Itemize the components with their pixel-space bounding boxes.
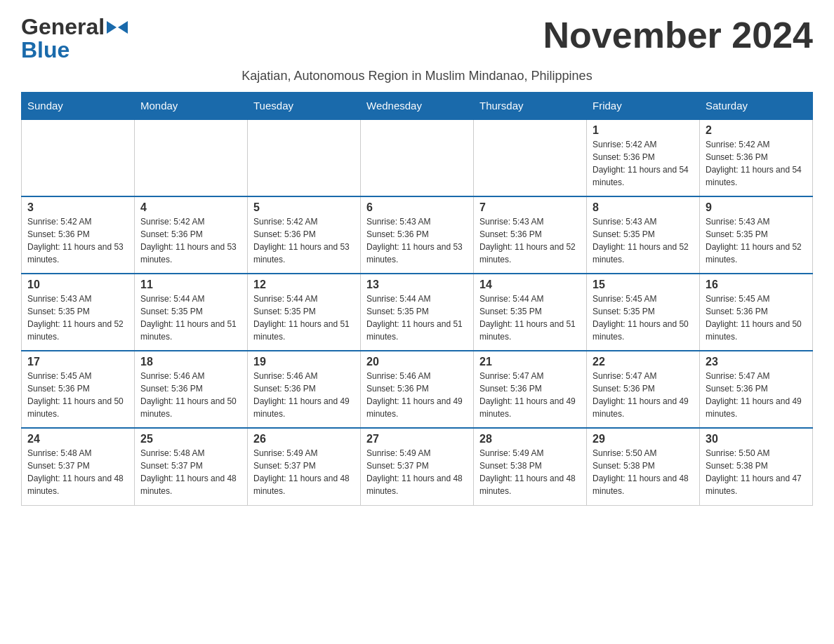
calendar-cell: 5Sunrise: 5:42 AM Sunset: 5:36 PM Daylig… [248, 196, 361, 274]
calendar-cell: 19Sunrise: 5:46 AM Sunset: 5:36 PM Dayli… [248, 351, 361, 428]
calendar-cell [474, 119, 587, 196]
day-info: Sunrise: 5:49 AM Sunset: 5:37 PM Dayligh… [253, 447, 355, 497]
day-info: Sunrise: 5:47 AM Sunset: 5:36 PM Dayligh… [479, 370, 581, 420]
calendar-cell: 14Sunrise: 5:44 AM Sunset: 5:35 PM Dayli… [474, 274, 587, 351]
day-number: 9 [706, 201, 807, 214]
calendar-cell: 20Sunrise: 5:46 AM Sunset: 5:36 PM Dayli… [361, 351, 474, 428]
day-info: Sunrise: 5:50 AM Sunset: 5:38 PM Dayligh… [706, 447, 807, 497]
day-info: Sunrise: 5:48 AM Sunset: 5:37 PM Dayligh… [27, 447, 128, 497]
day-info: Sunrise: 5:44 AM Sunset: 5:35 PM Dayligh… [366, 293, 468, 343]
day-info: Sunrise: 5:42 AM Sunset: 5:36 PM Dayligh… [140, 215, 241, 266]
day-number: 22 [593, 356, 694, 368]
day-number: 2 [706, 124, 807, 137]
day-number: 12 [253, 279, 355, 291]
day-number: 17 [27, 356, 128, 368]
day-info: Sunrise: 5:48 AM Sunset: 5:37 PM Dayligh… [140, 447, 241, 497]
day-number: 19 [253, 356, 355, 368]
calendar-cell [135, 119, 248, 196]
calendar-table: Sunday Monday Tuesday Wednesday Thursday… [21, 92, 813, 506]
month-title: November 2024 [543, 14, 813, 56]
day-number: 14 [479, 279, 581, 291]
calendar-week-row: 1Sunrise: 5:42 AM Sunset: 5:36 PM Daylig… [22, 119, 813, 196]
day-number: 29 [593, 433, 694, 445]
day-info: Sunrise: 5:49 AM Sunset: 5:38 PM Dayligh… [479, 447, 581, 497]
header-sunday: Sunday [22, 93, 135, 120]
calendar-cell: 3Sunrise: 5:42 AM Sunset: 5:36 PM Daylig… [22, 196, 135, 274]
day-number: 15 [593, 279, 694, 291]
day-number: 26 [253, 433, 355, 445]
calendar-cell: 13Sunrise: 5:44 AM Sunset: 5:35 PM Dayli… [361, 274, 474, 351]
day-info: Sunrise: 5:43 AM Sunset: 5:35 PM Dayligh… [706, 215, 807, 266]
day-info: Sunrise: 5:49 AM Sunset: 5:37 PM Dayligh… [366, 447, 468, 497]
calendar-cell: 15Sunrise: 5:45 AM Sunset: 5:35 PM Dayli… [587, 274, 700, 351]
day-info: Sunrise: 5:46 AM Sunset: 5:36 PM Dayligh… [140, 370, 241, 420]
day-number: 3 [27, 201, 128, 214]
day-info: Sunrise: 5:50 AM Sunset: 5:38 PM Dayligh… [593, 447, 694, 497]
calendar-week-row: 17Sunrise: 5:45 AM Sunset: 5:36 PM Dayli… [22, 351, 813, 428]
calendar-cell [361, 119, 474, 196]
calendar-cell: 25Sunrise: 5:48 AM Sunset: 5:37 PM Dayli… [135, 428, 248, 505]
calendar-cell: 1Sunrise: 5:42 AM Sunset: 5:36 PM Daylig… [587, 119, 700, 196]
day-info: Sunrise: 5:44 AM Sunset: 5:35 PM Dayligh… [479, 293, 581, 343]
calendar-cell: 2Sunrise: 5:42 AM Sunset: 5:36 PM Daylig… [700, 119, 813, 196]
day-number: 20 [366, 356, 468, 368]
day-info: Sunrise: 5:44 AM Sunset: 5:35 PM Dayligh… [253, 293, 355, 343]
calendar-cell: 24Sunrise: 5:48 AM Sunset: 5:37 PM Dayli… [22, 428, 135, 505]
day-number: 13 [366, 279, 468, 291]
subtitle: Kajatian, Autonomous Region in Muslim Mi… [21, 69, 813, 83]
day-number: 21 [479, 356, 581, 368]
day-number: 8 [593, 201, 694, 214]
calendar-cell: 11Sunrise: 5:44 AM Sunset: 5:35 PM Dayli… [135, 274, 248, 351]
day-info: Sunrise: 5:42 AM Sunset: 5:36 PM Dayligh… [253, 215, 355, 266]
day-number: 18 [140, 356, 241, 368]
day-info: Sunrise: 5:44 AM Sunset: 5:35 PM Dayligh… [140, 293, 241, 343]
day-number: 6 [366, 201, 468, 214]
day-info: Sunrise: 5:42 AM Sunset: 5:36 PM Dayligh… [27, 215, 128, 266]
day-info: Sunrise: 5:47 AM Sunset: 5:36 PM Dayligh… [706, 370, 807, 420]
header-friday: Friday [587, 93, 700, 120]
calendar-cell: 6Sunrise: 5:43 AM Sunset: 5:36 PM Daylig… [361, 196, 474, 274]
calendar-week-row: 24Sunrise: 5:48 AM Sunset: 5:37 PM Dayli… [22, 428, 813, 505]
logo: General Blue [21, 14, 128, 63]
day-info: Sunrise: 5:45 AM Sunset: 5:36 PM Dayligh… [706, 293, 807, 343]
calendar-cell: 18Sunrise: 5:46 AM Sunset: 5:36 PM Dayli… [135, 351, 248, 428]
calendar-cell: 8Sunrise: 5:43 AM Sunset: 5:35 PM Daylig… [587, 196, 700, 274]
calendar-cell: 28Sunrise: 5:49 AM Sunset: 5:38 PM Dayli… [474, 428, 587, 505]
calendar-cell: 21Sunrise: 5:47 AM Sunset: 5:36 PM Dayli… [474, 351, 587, 428]
header-thursday: Thursday [474, 93, 587, 120]
calendar-cell [248, 119, 361, 196]
day-info: Sunrise: 5:42 AM Sunset: 5:36 PM Dayligh… [706, 138, 807, 189]
calendar-cell: 12Sunrise: 5:44 AM Sunset: 5:35 PM Dayli… [248, 274, 361, 351]
calendar-cell: 7Sunrise: 5:43 AM Sunset: 5:36 PM Daylig… [474, 196, 587, 274]
calendar-cell: 9Sunrise: 5:43 AM Sunset: 5:35 PM Daylig… [700, 196, 813, 274]
calendar-cell: 26Sunrise: 5:49 AM Sunset: 5:37 PM Dayli… [248, 428, 361, 505]
day-number: 28 [479, 433, 581, 445]
day-number: 30 [706, 433, 807, 445]
day-number: 25 [140, 433, 241, 445]
header-saturday: Saturday [700, 93, 813, 120]
day-info: Sunrise: 5:43 AM Sunset: 5:35 PM Dayligh… [593, 215, 694, 266]
day-info: Sunrise: 5:45 AM Sunset: 5:35 PM Dayligh… [593, 293, 694, 343]
calendar-cell [22, 119, 135, 196]
calendar-cell: 16Sunrise: 5:45 AM Sunset: 5:36 PM Dayli… [700, 274, 813, 351]
calendar-cell: 17Sunrise: 5:45 AM Sunset: 5:36 PM Dayli… [22, 351, 135, 428]
day-number: 4 [140, 201, 241, 214]
page-header: General Blue November 2024 [21, 14, 813, 63]
day-info: Sunrise: 5:45 AM Sunset: 5:36 PM Dayligh… [27, 370, 128, 420]
day-info: Sunrise: 5:43 AM Sunset: 5:35 PM Dayligh… [27, 293, 128, 343]
calendar-cell: 29Sunrise: 5:50 AM Sunset: 5:38 PM Dayli… [587, 428, 700, 505]
day-number: 10 [27, 279, 128, 291]
calendar-header-row: Sunday Monday Tuesday Wednesday Thursday… [22, 93, 813, 120]
day-number: 7 [479, 201, 581, 214]
calendar-week-row: 3Sunrise: 5:42 AM Sunset: 5:36 PM Daylig… [22, 196, 813, 274]
day-number: 11 [140, 279, 241, 291]
calendar-week-row: 10Sunrise: 5:43 AM Sunset: 5:35 PM Dayli… [22, 274, 813, 351]
day-info: Sunrise: 5:42 AM Sunset: 5:36 PM Dayligh… [593, 138, 694, 189]
calendar-cell: 4Sunrise: 5:42 AM Sunset: 5:36 PM Daylig… [135, 196, 248, 274]
day-info: Sunrise: 5:46 AM Sunset: 5:36 PM Dayligh… [253, 370, 355, 420]
day-info: Sunrise: 5:46 AM Sunset: 5:36 PM Dayligh… [366, 370, 468, 420]
day-number: 24 [27, 433, 128, 445]
day-number: 16 [706, 279, 807, 291]
day-number: 27 [366, 433, 468, 445]
day-info: Sunrise: 5:43 AM Sunset: 5:36 PM Dayligh… [479, 215, 581, 266]
